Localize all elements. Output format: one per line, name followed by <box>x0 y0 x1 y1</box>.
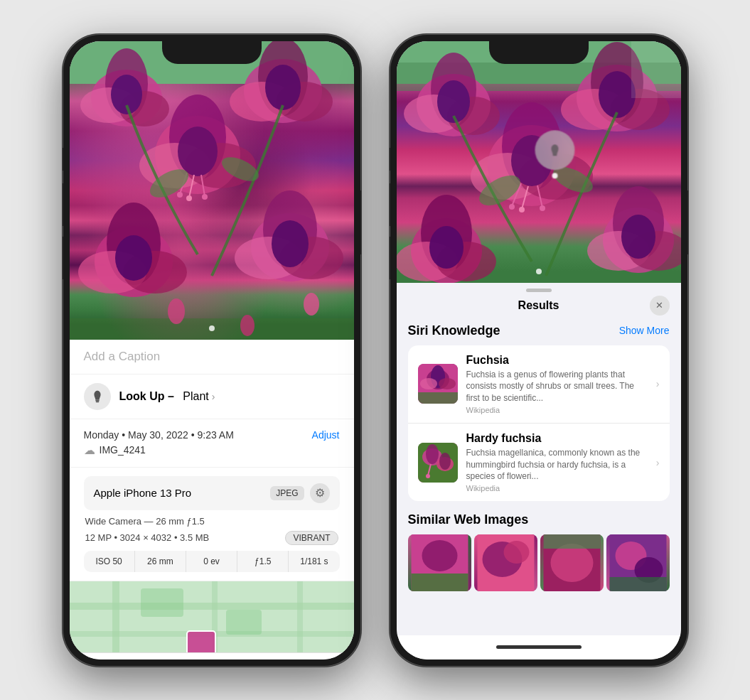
svg-point-89 <box>621 215 655 259</box>
exif-ev: 0 ev <box>186 551 237 572</box>
flower-photo-left <box>70 41 354 340</box>
lookup-icon <box>84 383 111 410</box>
svg-point-114 <box>550 544 593 582</box>
lookup-row[interactable]: Look Up – Plant › <box>70 375 354 419</box>
knowledge-text-2: Hardy fuchsia Fuchsia magellanica, commo… <box>466 432 648 492</box>
results-title: Results <box>518 299 559 312</box>
similar-img-3[interactable] <box>540 534 604 591</box>
svg-point-78 <box>519 207 525 212</box>
knowledge-desc-1: Fuchsia is a genus of flowering plants t… <box>466 369 648 404</box>
knowledge-text-1: Fuchsia Fuchsia is a genus of flowering … <box>466 354 648 414</box>
flower-photo-right <box>397 41 681 283</box>
svg-rect-109 <box>411 574 468 591</box>
page-indicator-right <box>536 269 542 274</box>
filename: IMG_4241 <box>100 444 146 456</box>
svg-point-19 <box>177 192 183 198</box>
device-section: Apple iPhone 13 Pro JPEG ⚙ Wide Camera —… <box>70 468 354 581</box>
siri-knowledge-title: Siri Knowledge <box>408 323 500 338</box>
knowledge-thumb-1 <box>418 364 458 404</box>
device-name: Apple iPhone 13 Pro <box>94 487 192 499</box>
caption-area[interactable]: Add a Caption <box>70 340 354 375</box>
home-indicator-right <box>397 635 681 659</box>
similar-img-4[interactable] <box>606 534 670 591</box>
svg-rect-48 <box>187 631 215 652</box>
svg-point-106 <box>426 474 430 478</box>
svg-point-31 <box>272 220 309 267</box>
svg-point-68 <box>599 71 636 118</box>
visual-lookup-button[interactable] <box>535 130 574 170</box>
svg-point-112 <box>503 541 529 564</box>
svg-rect-99 <box>418 392 458 404</box>
photo-date: Monday • May 30, 2022 • 9:23 AM <box>84 429 234 441</box>
knowledge-name-2: Hardy fuchsia <box>466 432 648 445</box>
svg-rect-42 <box>112 581 119 652</box>
phone1-content: Add a Caption Look Up – Plant › <box>70 41 354 659</box>
results-header: Results ✕ <box>397 292 681 319</box>
similar-img-1[interactable] <box>408 534 471 591</box>
phone-right: Results ✕ Siri Knowledge Show More <box>390 34 688 667</box>
caption-placeholder[interactable]: Add a Caption <box>84 350 161 363</box>
svg-point-21 <box>202 194 208 200</box>
svg-point-79 <box>540 205 545 211</box>
svg-rect-93 <box>552 154 557 156</box>
format-badge: JPEG <box>270 486 304 500</box>
page-indicator <box>209 325 215 331</box>
map-section <box>70 581 354 652</box>
similar-images-grid <box>408 534 670 591</box>
knowledge-item-fuchsia[interactable]: Fuchsia Fuchsia is a genus of flowering … <box>408 345 670 424</box>
chevron-right-1: › <box>656 378 660 389</box>
adjust-button[interactable]: Adjust <box>312 429 340 441</box>
show-more-button[interactable]: Show More <box>619 325 670 336</box>
knowledge-name-1: Fuchsia <box>466 354 648 367</box>
home-bar-right <box>496 645 582 649</box>
exif-row: ISO 50 26 mm 0 ev ƒ1.5 1/181 s <box>84 551 340 572</box>
phone-left-screen: Add a Caption Look Up – Plant › <box>70 41 354 659</box>
svg-point-36 <box>240 315 255 336</box>
exif-iso: ISO 50 <box>84 551 135 572</box>
svg-point-108 <box>422 540 457 571</box>
svg-rect-38 <box>95 399 100 401</box>
phone-left: Add a Caption Look Up – Plant › <box>63 34 361 667</box>
similar-images-title: Similar Web Images <box>408 512 670 527</box>
svg-point-37 <box>304 293 319 316</box>
svg-point-84 <box>429 226 464 269</box>
svg-point-35 <box>168 298 185 324</box>
svg-rect-46 <box>141 588 183 617</box>
phones-container: Add a Caption Look Up – Plant › <box>48 20 702 681</box>
svg-rect-47 <box>226 610 262 635</box>
knowledge-thumb-2 <box>418 443 458 483</box>
knowledge-card: Fuchsia Fuchsia is a genus of flowering … <box>408 345 670 502</box>
knowledge-item-hardy-fuchsia[interactable]: Hardy fuchsia Fuchsia magellanica, commo… <box>408 424 670 501</box>
svg-point-26 <box>115 235 152 281</box>
close-button[interactable]: ✕ <box>650 296 670 316</box>
svg-point-15 <box>178 126 218 176</box>
svg-point-10 <box>265 65 301 110</box>
knowledge-source-2: Wikipedia <box>466 484 648 492</box>
svg-point-104 <box>439 453 451 470</box>
results-scroll: Siri Knowledge Show More <box>397 319 681 635</box>
svg-point-77 <box>509 204 515 210</box>
similar-section: Similar Web Images <box>408 512 670 591</box>
svg-rect-39 <box>95 401 99 402</box>
camera-details: Wide Camera — 26 mm ƒ1.5 <box>84 516 340 527</box>
knowledge-source-1: Wikipedia <box>466 406 648 414</box>
svg-point-98 <box>439 378 456 389</box>
svg-rect-44 <box>297 581 303 652</box>
similar-img-2[interactable] <box>474 534 537 591</box>
lookup-label: Look Up – Plant › <box>119 390 215 403</box>
meta-section: Monday • May 30, 2022 • 9:23 AM Adjust ☁… <box>70 419 354 468</box>
style-badge: VIBRANT <box>285 531 338 545</box>
toolbar: i <box>70 652 354 659</box>
exif-shutter: 1/181 s <box>289 551 339 572</box>
cloud-icon: ☁ <box>84 443 95 457</box>
notch-left <box>162 41 262 64</box>
siri-knowledge-header: Siri Knowledge Show More <box>408 323 670 338</box>
device-row: Apple iPhone 13 Pro JPEG ⚙ <box>84 476 340 510</box>
knowledge-desc-2: Fuchsia magellanica, commonly known as t… <box>466 447 648 483</box>
exif-aperture: ƒ1.5 <box>237 551 289 572</box>
notch-right <box>489 41 589 64</box>
exif-focal: 26 mm <box>135 551 186 572</box>
phone2-content: Results ✕ Siri Knowledge Show More <box>397 41 681 659</box>
camera-res: 12 MP • 3024 × 4032 • 3.5 MB VIBRANT <box>84 531 340 545</box>
chevron-right-2: › <box>656 457 660 468</box>
